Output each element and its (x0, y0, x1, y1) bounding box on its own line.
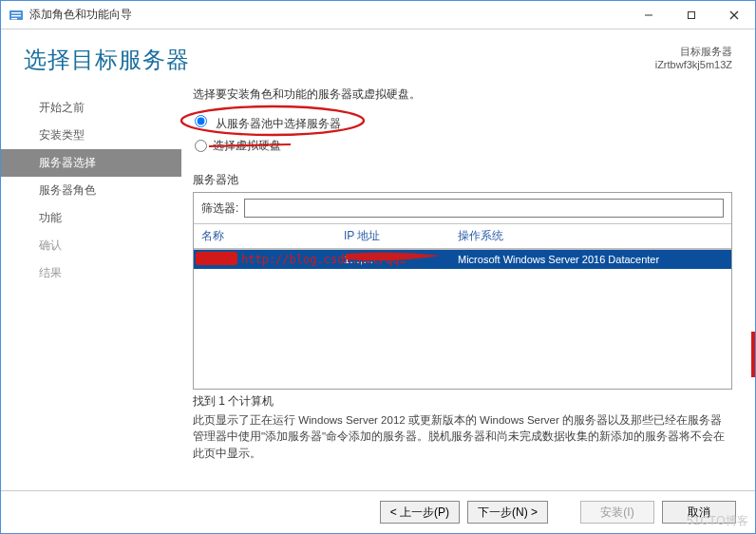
svg-rect-5 (688, 11, 694, 18)
next-button[interactable]: 下一步(N) > (467, 501, 548, 524)
nav-results: 结果 (1, 259, 181, 287)
destination-label: 目标服务器 (655, 45, 732, 58)
nav-server-roles[interactable]: 服务器角色 (1, 177, 181, 204)
svg-rect-1 (11, 12, 21, 13)
radio-vhd-input[interactable] (195, 140, 207, 152)
server-pool-box: 筛选器: 名称 IP 地址 操作系统 1…,… Microsoft Window… (193, 192, 732, 390)
radio-pool-label: 从服务器池中选择服务器 (216, 117, 341, 130)
destination-value: iZrtbwf3kj5m13Z (655, 58, 732, 71)
minimize-button[interactable] (627, 1, 670, 29)
server-row-selected[interactable]: 1…,… Microsoft Windows Server 2016 Datac… (194, 250, 731, 269)
nav-confirmation: 确认 (1, 232, 181, 259)
svg-rect-2 (11, 15, 21, 16)
radio-vhd-label: 选择虚拟硬盘 (213, 139, 281, 152)
wizard-footer: < 上一步(P) 下一步(N) > 安装(I) 取消 (1, 490, 755, 533)
radio-select-vhd[interactable]: 选择虚拟硬盘 (193, 138, 732, 154)
instruction-text: 选择要安装角色和功能的服务器或虚拟硬盘。 (193, 86, 732, 103)
previous-button[interactable]: < 上一步(P) (380, 501, 460, 524)
radio-select-from-pool[interactable]: 从服务器池中选择服务器 (193, 115, 732, 132)
page-title: 选择目标服务器 (24, 45, 190, 75)
window-title: 添加角色和功能向导 (29, 7, 132, 23)
destination-server-box: 目标服务器 iZrtbwf3kj5m13Z (655, 45, 732, 72)
nav-features[interactable]: 功能 (1, 204, 181, 232)
svg-rect-3 (11, 18, 17, 19)
nav-installation-type[interactable]: 安装类型 (1, 122, 181, 149)
wizard-nav: 开始之前 安装类型 服务器选择 服务器角色 功能 确认 结果 (1, 86, 181, 490)
nav-before-you-begin[interactable]: 开始之前 (1, 94, 181, 122)
filter-input[interactable] (244, 199, 724, 218)
nav-server-selection[interactable]: 服务器选择 (1, 149, 181, 177)
col-name[interactable]: 名称 (194, 224, 336, 248)
edge-marker (751, 332, 755, 377)
filter-label: 筛选器: (201, 200, 238, 217)
install-button: 安装(I) (580, 501, 654, 524)
titlebar: 添加角色和功能向导 (1, 1, 755, 29)
maximize-button[interactable] (670, 1, 712, 29)
col-os[interactable]: 操作系统 (450, 224, 731, 248)
radio-pool-input[interactable] (195, 115, 207, 127)
watermark: 51CTO博客 (687, 513, 749, 529)
explanation-text: 此页显示了正在运行 Windows Server 2012 或更新版本的 Win… (193, 412, 732, 462)
annotation-redaction: http://blog.csdn.net/qq… (194, 250, 450, 269)
svg-rect-10 (196, 252, 237, 265)
col-ip[interactable]: IP 地址 (336, 224, 450, 248)
server-pool-label: 服务器池 (193, 172, 732, 188)
table-header: 名称 IP 地址 操作系统 (194, 224, 731, 250)
server-list-empty-area (194, 269, 731, 389)
close-button[interactable] (712, 1, 755, 29)
app-icon (9, 8, 24, 23)
cell-os: Microsoft Windows Server 2016 Datacenter (450, 252, 731, 267)
found-count: 找到 1 个计算机 (193, 393, 732, 410)
